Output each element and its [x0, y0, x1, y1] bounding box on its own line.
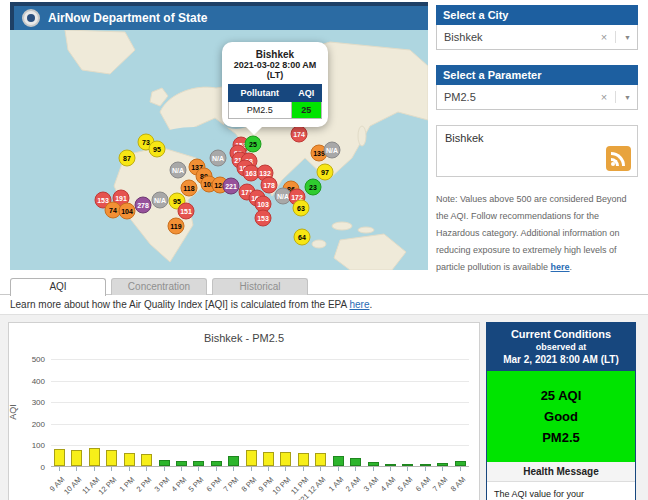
aqi-bar-chart: Bishkek - PM2.5 AQI 01002003004005009 AM… [8, 322, 480, 500]
parameter-panel: Select a Parameter PM2.5 × ▼ [436, 65, 638, 110]
gridline [51, 402, 469, 403]
x-tick [268, 467, 269, 471]
y-tick-label: 400 [32, 376, 45, 385]
x-tick [129, 467, 130, 471]
rss-icon[interactable] [606, 146, 631, 171]
map-marker-153[interactable]: 153 [255, 210, 272, 227]
bar-7-am[interactable] [437, 463, 448, 466]
aqi-value-box: 25 AQI Good PM2.5 [487, 371, 635, 462]
popup-col-aqi: AQI [291, 85, 321, 102]
x-tick [425, 467, 426, 471]
map-marker-119[interactable]: 119 [168, 218, 185, 235]
x-tick [373, 467, 374, 471]
learn-more-text: Learn more about how the Air Quality Ind… [10, 299, 372, 310]
rss-city-label: Bishkek [445, 132, 484, 144]
x-tick [76, 467, 77, 471]
x-tick [460, 467, 461, 471]
chevron-down-icon[interactable]: ▼ [616, 94, 637, 101]
bar-8-am[interactable] [455, 461, 466, 466]
x-tick [407, 467, 408, 471]
map-marker-25[interactable]: 25 [245, 136, 262, 153]
y-tick-label: 100 [32, 441, 45, 450]
x-tick [59, 467, 60, 471]
x-tick [390, 467, 391, 471]
x-tick [198, 467, 199, 471]
bar-2-pm[interactable] [141, 454, 152, 466]
note-here-link[interactable]: here [551, 262, 570, 272]
aqi-parameter: PM2.5 [491, 430, 631, 445]
bar-3-am[interactable] [368, 462, 379, 466]
rss-feed-box: Bishkek [436, 125, 638, 177]
map-marker-221[interactable]: 221 [223, 178, 240, 195]
x-tick [442, 467, 443, 471]
x-tick [285, 467, 286, 471]
map-marker-97[interactable]: 97 [317, 164, 334, 181]
bar-5-am[interactable] [402, 464, 413, 466]
tab-historical[interactable]: Historical [212, 278, 308, 295]
current-conditions-title: Current Conditions [491, 328, 631, 340]
x-tick [216, 467, 217, 471]
map-marker-278[interactable]: 278 [135, 197, 152, 214]
bar-3-pm[interactable] [159, 460, 170, 466]
bar-11-pm[interactable] [298, 453, 309, 466]
bar-9-am[interactable] [54, 449, 65, 466]
world-aqi-map[interactable]: 877395N/A13789N/A10312311895151119153191… [10, 30, 428, 270]
bar-11-am[interactable] [89, 448, 100, 466]
learn-more-before: Learn more about how the Air Quality Ind… [10, 299, 349, 310]
map-marker-104[interactable]: 104 [119, 203, 136, 220]
bar-12-pm[interactable] [106, 450, 117, 466]
current-conditions-panel: Current Conditions observed at Mar 2, 20… [486, 322, 636, 500]
popup-col-pollutant: Pollutant [229, 85, 292, 102]
app-title: AirNow Department of State [48, 11, 207, 25]
epa-link[interactable]: here [349, 299, 369, 310]
bar-10-pm[interactable] [280, 452, 291, 466]
note-after: . [570, 262, 573, 272]
city-panel-title: Select a City [436, 5, 638, 25]
map-marker-118[interactable]: 118 [181, 180, 198, 197]
map-marker-64[interactable]: 64 [294, 229, 311, 246]
map-marker-87[interactable]: 87 [119, 150, 136, 167]
tab-aqi[interactable]: AQI [10, 278, 106, 296]
clear-icon[interactable]: × [593, 31, 616, 43]
chart-plot-area: 01002003004005009 AM10 AM11 AM12 PM1 PM2… [51, 359, 469, 467]
map-marker-23[interactable]: 23 [305, 179, 322, 196]
map-marker-63[interactable]: 63 [293, 200, 310, 217]
map-marker-95[interactable]: 95 [149, 141, 166, 158]
bar-6-am[interactable] [420, 464, 431, 466]
gridline [51, 381, 469, 382]
x-tick [164, 467, 165, 471]
bar-4-pm[interactable] [176, 461, 187, 466]
current-conditions-header: Current Conditions observed at Mar 2, 20… [487, 323, 635, 371]
bar-3-2-2021-12-am[interactable] [315, 453, 326, 466]
map-marker-174[interactable]: 174 [291, 126, 308, 143]
parameter-select[interactable]: PM2.5 × ▼ [436, 85, 638, 110]
bar-7-pm[interactable] [228, 456, 239, 466]
bar-9-pm[interactable] [263, 452, 274, 466]
bar-2-am[interactable] [350, 458, 361, 466]
note-before: Note: Values above 500 are considered Be… [436, 194, 626, 272]
bar-10-am[interactable] [71, 450, 82, 466]
x-tick [94, 467, 95, 471]
popup-pollutant-value: PM2.5 [229, 102, 292, 119]
city-select[interactable]: Bishkek × ▼ [436, 25, 638, 50]
city-panel: Select a City Bishkek × ▼ [436, 5, 638, 50]
bar-6-pm[interactable] [211, 461, 222, 466]
tab-concentration[interactable]: Concentration [111, 278, 207, 295]
x-tick [181, 467, 182, 471]
x-tick [338, 467, 339, 471]
parameter-panel-title: Select a Parameter [436, 65, 638, 85]
x-tick [355, 467, 356, 471]
bar-5-pm[interactable] [193, 461, 204, 466]
clear-icon[interactable]: × [593, 91, 616, 103]
bar-1-am[interactable] [333, 456, 344, 466]
chevron-down-icon[interactable]: ▼ [616, 34, 637, 41]
map-marker-na[interactable]: N/A [324, 142, 341, 159]
map-popup: Bishkek 2021-03-02 8:00 AM (LT) Pollutan… [222, 42, 328, 127]
bar-1-pm[interactable] [124, 453, 135, 466]
bar-4-am[interactable] [385, 464, 396, 466]
bar-8-pm[interactable] [246, 450, 257, 466]
map-marker-na[interactable]: N/A [152, 192, 169, 209]
map-marker-na[interactable]: N/A [170, 162, 187, 179]
map-marker-151[interactable]: 151 [178, 203, 195, 220]
map-marker-na[interactable]: N/A [210, 150, 227, 167]
